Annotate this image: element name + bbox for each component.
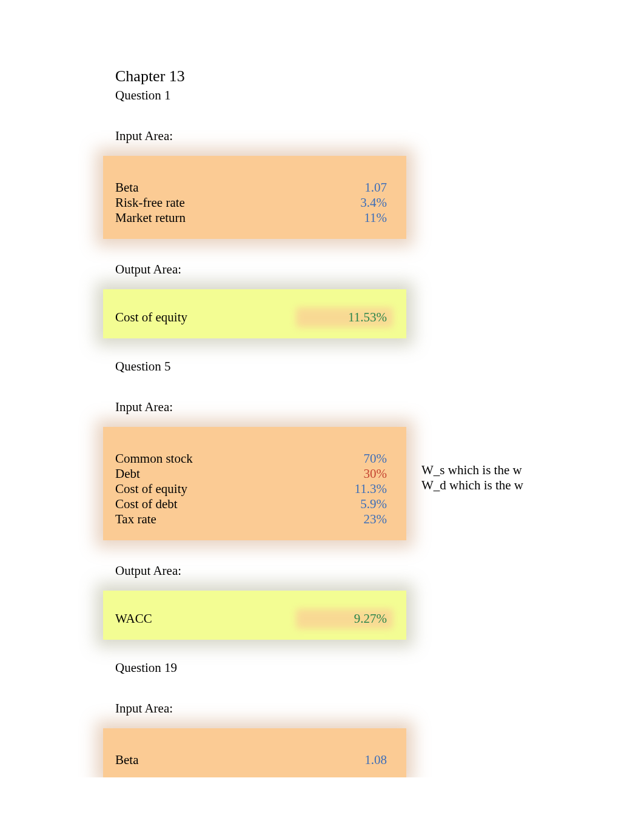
q1-title: Question 1 <box>115 88 644 103</box>
q19-beta-label: Beta <box>115 753 297 768</box>
q5-debt-label: Debt <box>115 466 297 481</box>
q5-side-notes: W_s which is the w W_d which is the w <box>421 463 523 493</box>
q1-mr-label: Market return <box>115 210 297 226</box>
q5-wacc-label: WACC <box>115 611 297 626</box>
q1-mr-row: Market return 11% <box>103 210 394 226</box>
q1-rf-value: 3.4% <box>297 195 394 210</box>
q19-input-label: Input Area: <box>115 701 644 716</box>
chapter-heading: Chapter 13 <box>115 67 644 86</box>
q5-debt-row: Debt 30% <box>103 466 394 481</box>
q1-coe-label: Cost of equity <box>115 310 297 325</box>
q1-beta-value: 1.07 <box>297 180 394 195</box>
q5-title: Question 5 <box>115 359 644 374</box>
q5-coe-label: Cost of equity <box>115 481 297 497</box>
q5-note-wd: W_d which is the w <box>421 478 523 493</box>
q5-tax-label: Tax rate <box>115 512 297 527</box>
q19-beta-value: 1.08 <box>297 753 394 768</box>
q5-wacc-row: WACC 9.27% <box>103 611 394 626</box>
q1-mr-value: 11% <box>297 210 394 226</box>
q1-coe-value: 11.53% <box>348 310 387 324</box>
q1-rf-row: Risk-free rate 3.4% <box>103 195 394 210</box>
q1-output-label: Output Area: <box>115 262 644 277</box>
q5-coe-value: 11.3% <box>297 481 394 497</box>
q5-tax-value: 23% <box>297 512 394 527</box>
q5-input-label: Input Area: <box>115 400 644 415</box>
q5-input-area: Common stock 70% Debt 30% Cost of equity… <box>103 427 406 540</box>
q5-debt-value: 30% <box>297 466 394 481</box>
q5-cod-row: Cost of debt 5.9% <box>103 497 394 512</box>
q5-note-ws: W_s which is the w <box>421 463 523 478</box>
q1-input-area: Beta 1.07 Risk-free rate 3.4% Market ret… <box>103 156 406 239</box>
q19-title: Question 19 <box>115 660 644 676</box>
q1-output-area: Cost of equity 11.53% <box>103 289 406 338</box>
q5-wacc-value: 9.27% <box>354 611 387 626</box>
q1-beta-row: Beta 1.07 <box>103 180 394 195</box>
q5-cod-label: Cost of debt <box>115 497 297 512</box>
q1-beta-label: Beta <box>115 180 297 195</box>
q5-output-area: WACC 9.27% <box>103 591 406 640</box>
q5-cs-value: 70% <box>297 451 394 466</box>
q1-coe-row: Cost of equity 11.53% <box>103 310 394 325</box>
q19-input-area: Beta 1.08 <box>103 728 406 777</box>
q5-cs-row: Common stock 70% <box>103 451 394 466</box>
q5-cod-value: 5.9% <box>297 497 394 512</box>
q19-beta-row: Beta 1.08 <box>103 753 394 768</box>
q5-tax-row: Tax rate 23% <box>103 512 394 527</box>
q1-rf-label: Risk-free rate <box>115 195 297 210</box>
q5-cs-label: Common stock <box>115 451 297 466</box>
q5-output-label: Output Area: <box>115 563 644 578</box>
q5-coe-row: Cost of equity 11.3% <box>103 481 394 497</box>
q1-input-label: Input Area: <box>115 129 644 144</box>
